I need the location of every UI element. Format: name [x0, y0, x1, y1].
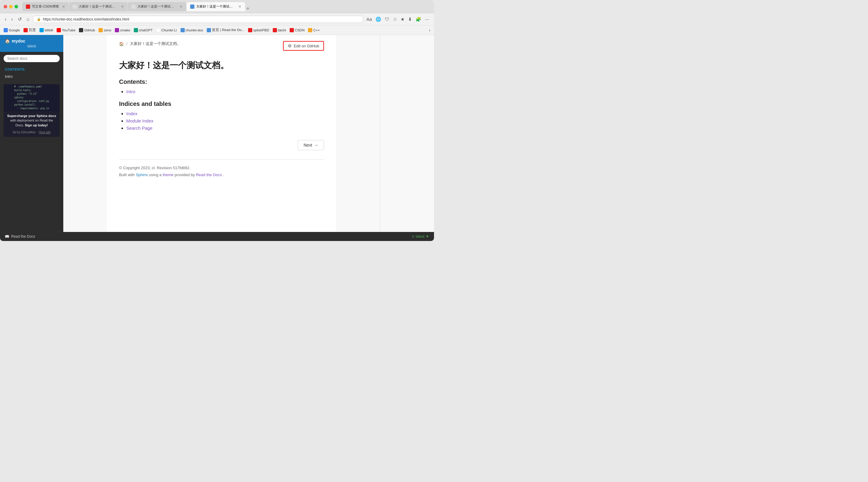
read-the-docs-link[interactable]: Read the Docs [196, 173, 222, 177]
tab-favicon-4 [190, 4, 194, 9]
bookmark-chatgpt[interactable]: chatGPT [134, 28, 153, 32]
bookmark-github[interactable]: GitHub [79, 28, 95, 32]
rtd-icon [207, 28, 211, 32]
back-button[interactable]: ‹ [4, 16, 7, 23]
bookmark-google[interactable]: Google [4, 28, 20, 32]
bookmark-github-label: GitHub [84, 28, 95, 32]
provided-by-text: provided by [175, 173, 195, 177]
bookmark-youtube[interactable]: YouTube [57, 28, 75, 32]
page-footer: © Copyright 2023, cl. Revision 517fd892.… [119, 159, 324, 178]
new-tab-button[interactable]: + [247, 6, 249, 11]
bookmark-cpp[interactable]: C++ [308, 28, 320, 32]
next-button[interactable]: Next → [298, 140, 324, 150]
edit-on-github-button[interactable]: ⚙ Edit on GitHub [283, 41, 324, 51]
reader-view-button[interactable]: Aa [366, 16, 373, 23]
host-ads-link[interactable]: Host ads [38, 131, 50, 134]
bookmarks-bar: Google 百度 bilibili YouTube GitHub zeno c… [0, 25, 434, 35]
home-button[interactable]: ⌂ [25, 16, 31, 23]
tab-close-3[interactable]: ✕ [180, 4, 183, 9]
contents-label: CONTENTS: [0, 65, 63, 73]
chatgpt-icon [134, 28, 138, 32]
module-index-link[interactable]: Module Index [126, 118, 153, 123]
bookmark-zeno[interactable]: zeno [98, 28, 111, 32]
tab-1[interactable]: 写文章-CSDN博客 ✕ [22, 2, 69, 11]
bookmark-rtd[interactable]: 首页 | Read the Do... [207, 28, 244, 32]
tab-close-2[interactable]: ✕ [121, 4, 124, 9]
tab-3[interactable]: 大家好！这是一个测试文档。－ ✕ [128, 2, 186, 11]
tab-2[interactable]: 大家好！这是一个测试文档。－ ✕ [69, 2, 127, 11]
bookmark-rtd-label: 首页 | Read the Do... [212, 28, 244, 32]
sidebar-project-name: mydoc [12, 38, 25, 44]
address-bar[interactable]: 🔒 [33, 16, 363, 23]
bookmark-chunlei-doc[interactable]: chunlei-doc [181, 28, 204, 32]
traffic-lights [4, 5, 18, 8]
reload-button[interactable]: ↺ [17, 15, 23, 23]
bookmark-splish[interactable]: splishPBD [248, 28, 269, 32]
indices-heading: Indices and tables [119, 101, 324, 107]
nav-actions: Aa 🌐 🛡 ☆ ★ ⬇ 🧩 ⋯ [366, 16, 430, 23]
shield-button[interactable]: 🛡 [384, 16, 390, 23]
ad-signup[interactable]: Sign up today! [25, 123, 48, 127]
lock-icon: 🔒 [37, 17, 41, 21]
ad-footer-sep: · [37, 131, 38, 134]
intro-link[interactable]: Intro [126, 89, 135, 94]
bookmark-cmake[interactable]: cmake [115, 28, 130, 32]
translate-button[interactable]: 🌐 [375, 16, 382, 23]
sidebar: 🏠 mydoc latest CONTENTS: Intro # .readth… [0, 35, 63, 232]
home-icon: 🏠 [5, 38, 10, 44]
list-item-module-index: Module Index [126, 118, 324, 124]
extensions-button[interactable]: 🧩 [415, 16, 422, 23]
bookmark-bilibili[interactable]: bilibili [39, 28, 53, 32]
theme-link[interactable]: theme [163, 173, 174, 177]
tab-label-1: 写文章-CSDN博客 [32, 4, 59, 9]
nav-bar: ‹ › ↺ ⌂ 🔒 Aa 🌐 🛡 ☆ ★ ⬇ 🧩 ⋯ [0, 13, 434, 25]
tab-label-2: 大家好！这是一个测试文档。－ [79, 4, 118, 9]
tab-close-1[interactable]: ✕ [62, 4, 65, 9]
built-with-label: Built with [119, 173, 135, 177]
download-button[interactable]: ⬇ [407, 16, 413, 23]
version-selector[interactable]: v: latest ▼ [412, 234, 429, 238]
footer-period: . [223, 173, 224, 177]
bookmarks-more-button[interactable]: › [429, 28, 430, 33]
bottom-bar-left: 📖 Read the Docs [5, 234, 35, 238]
minimize-button[interactable] [9, 5, 13, 8]
sidebar-ad: # .readthedocs.yaml build.tools: python:… [4, 84, 60, 137]
tab-label-3: 大家好！这是一个测试文档。－ [137, 4, 177, 9]
bookmark-chunlei-doc-label: chunlei-doc [186, 28, 204, 32]
bookmark-chunlei-li[interactable]: Chunlei Li [156, 28, 177, 32]
breadcrumb-home-link[interactable]: 🏠 [119, 41, 124, 46]
cmake-icon [115, 28, 119, 32]
index-link[interactable]: Index [126, 111, 137, 116]
sidebar-search[interactable] [0, 52, 63, 65]
search-page-link[interactable]: Search Page [126, 125, 153, 131]
maximize-button[interactable] [14, 5, 18, 8]
list-item-intro: Intro [126, 89, 324, 94]
forward-button[interactable]: › [10, 16, 14, 23]
bookmark-youtube-label: YouTube [62, 28, 75, 32]
bookmark-cmake-label: cmake [120, 28, 130, 32]
search-input[interactable] [4, 55, 60, 62]
bookmark-button[interactable]: ☆ [392, 16, 398, 23]
bookmark-taichi[interactable]: taichi [273, 28, 286, 32]
tab-4[interactable]: 大家好！这是一个测试文档。－ ✕ [187, 2, 245, 11]
bookmark-splish-label: splishPBD [253, 28, 269, 32]
chevron-down-icon: ▼ [426, 234, 429, 238]
close-button[interactable] [4, 5, 7, 8]
bookmark-csdn-label: CSDN [295, 28, 305, 32]
sidebar-item-intro[interactable]: Intro [0, 73, 63, 81]
tab-close-4[interactable]: ✕ [239, 4, 241, 9]
bookmark-cpp-label: C++ [313, 28, 320, 32]
bookmark-baidu[interactable]: 百度 [24, 28, 36, 32]
content-area: 🏠 / 大家好！这是一个测试文档。 ⚙ Edit on GitHub 大家好！这… [63, 35, 380, 232]
sphinx-link[interactable]: Sphinx [136, 173, 148, 177]
breadcrumb-current: 大家好！这是一个测试文档。 [130, 41, 181, 47]
url-input[interactable] [43, 17, 359, 21]
cpp-icon [308, 28, 312, 32]
bookmark-csdn[interactable]: CSDN [290, 28, 305, 32]
ad-text: Supercharge your Sphinx docs with deploy… [4, 111, 60, 129]
next-arrow-icon: → [314, 143, 318, 147]
ad-footer: Ad by EthicalAds · Host ads [4, 131, 60, 134]
favorites-button[interactable]: ★ [400, 16, 405, 23]
more-button[interactable]: ⋯ [424, 16, 430, 23]
google-icon [4, 28, 8, 32]
